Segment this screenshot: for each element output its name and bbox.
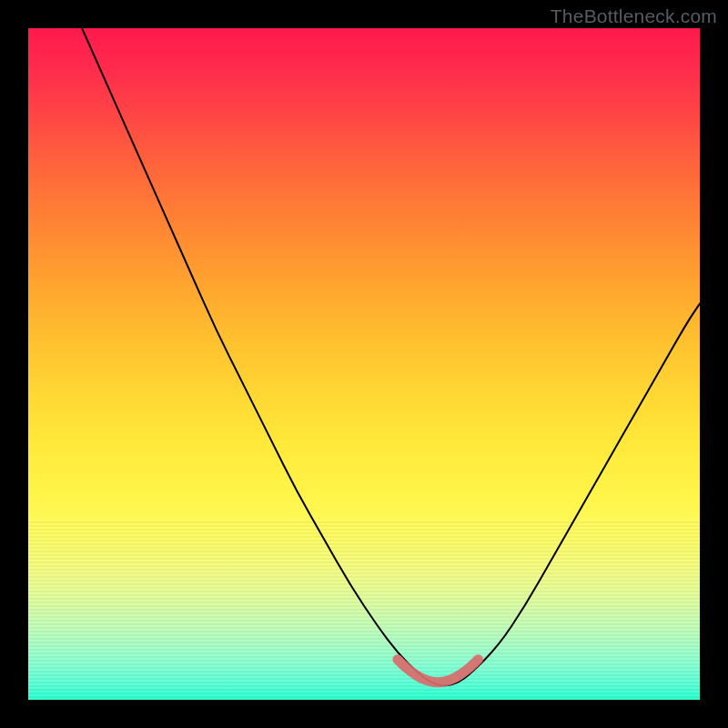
bottleneck-curve-path	[82, 28, 700, 685]
curve-svg	[28, 28, 700, 700]
optimal-zone-path	[398, 660, 479, 682]
plot-area	[28, 28, 700, 700]
watermark-text: TheBottleneck.com	[551, 5, 717, 27]
chart-frame: TheBottleneck.com	[0, 0, 728, 728]
